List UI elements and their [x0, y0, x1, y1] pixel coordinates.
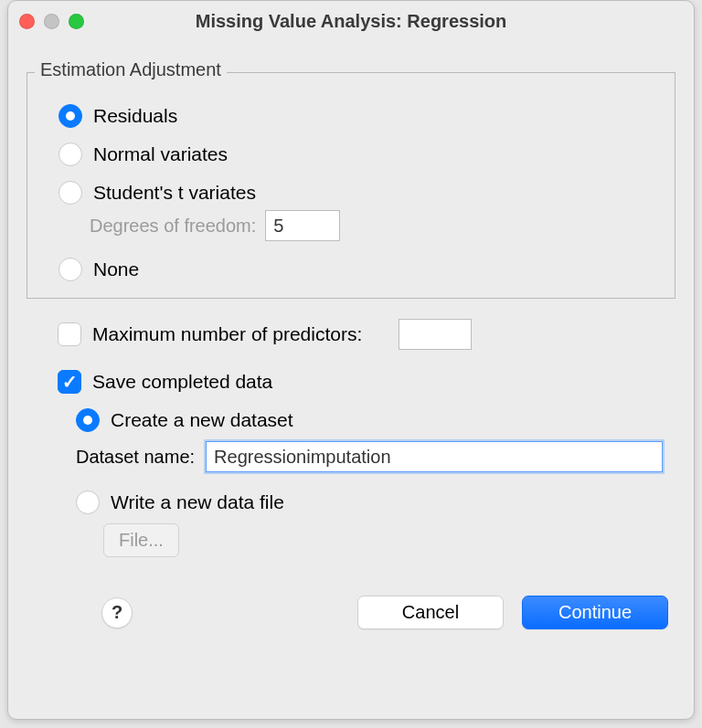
dof-label: Degrees of freedom:: [90, 216, 256, 237]
continue-button[interactable]: Continue: [522, 596, 668, 629]
save-completed-label: Save completed data: [92, 371, 272, 393]
radio-write-file[interactable]: [76, 491, 100, 514]
radio-write-file-label: Write a new data file: [111, 491, 284, 513]
window-controls: [19, 14, 84, 29]
help-button[interactable]: ?: [101, 597, 133, 628]
max-predictors-input[interactable]: [399, 319, 472, 350]
cancel-button[interactable]: Cancel: [357, 596, 504, 629]
dialog-window: Missing Value Analysis: Regression Estim…: [7, 0, 695, 720]
dataset-name-input[interactable]: [206, 441, 663, 472]
dof-input[interactable]: [265, 210, 340, 241]
radio-student-t[interactable]: [58, 181, 82, 205]
checkbox-max-predictors[interactable]: [58, 322, 81, 346]
close-icon[interactable]: [19, 14, 35, 29]
radio-normal-row[interactable]: Normal variates: [58, 142, 662, 166]
radio-none[interactable]: [58, 258, 82, 281]
radio-student-row[interactable]: Student's t variates: [58, 181, 662, 205]
dof-row: Degrees of freedom:: [90, 210, 662, 241]
dialog-button-row: ? Cancel Continue: [27, 596, 675, 629]
zoom-icon[interactable]: [69, 14, 84, 29]
dataset-name-label: Dataset name:: [76, 447, 195, 468]
radio-create-dataset[interactable]: [76, 408, 100, 432]
checkbox-save-completed[interactable]: [58, 370, 81, 394]
minimize-icon: [44, 14, 59, 29]
save-section: Save completed data Create a new dataset…: [27, 370, 675, 557]
radio-none-row[interactable]: None: [58, 258, 662, 281]
dataset-name-row: Dataset name:: [76, 441, 675, 472]
radio-normal-label: Normal variates: [93, 143, 228, 165]
radio-residuals-row[interactable]: Residuals: [58, 104, 662, 128]
radio-none-label: None: [93, 258, 139, 280]
radio-residuals-label: Residuals: [93, 105, 177, 127]
titlebar: Missing Value Analysis: Regression: [8, 1, 694, 41]
max-predictors-section: Maximum number of predictors:: [27, 319, 675, 350]
radio-residuals[interactable]: [58, 104, 82, 128]
save-completed-row[interactable]: Save completed data: [58, 370, 675, 394]
group-legend: Estimation Adjustment: [35, 59, 227, 80]
file-button-wrap: File...: [103, 523, 675, 557]
max-predictors-row[interactable]: Maximum number of predictors:: [58, 319, 675, 350]
radio-write-file-row[interactable]: Write a new data file: [76, 491, 675, 514]
radio-normal-variates[interactable]: [58, 142, 82, 166]
window-title: Missing Value Analysis: Regression: [8, 11, 694, 32]
radio-student-label: Student's t variates: [93, 182, 256, 204]
file-button: File...: [103, 523, 179, 557]
dialog-content: Estimation Adjustment Residuals Normal v…: [8, 41, 694, 646]
radio-create-dataset-label: Create a new dataset: [111, 409, 293, 431]
max-predictors-label: Maximum number of predictors:: [92, 323, 362, 345]
radio-create-dataset-row[interactable]: Create a new dataset: [76, 408, 675, 432]
estimation-adjustment-group: Estimation Adjustment Residuals Normal v…: [27, 72, 675, 299]
